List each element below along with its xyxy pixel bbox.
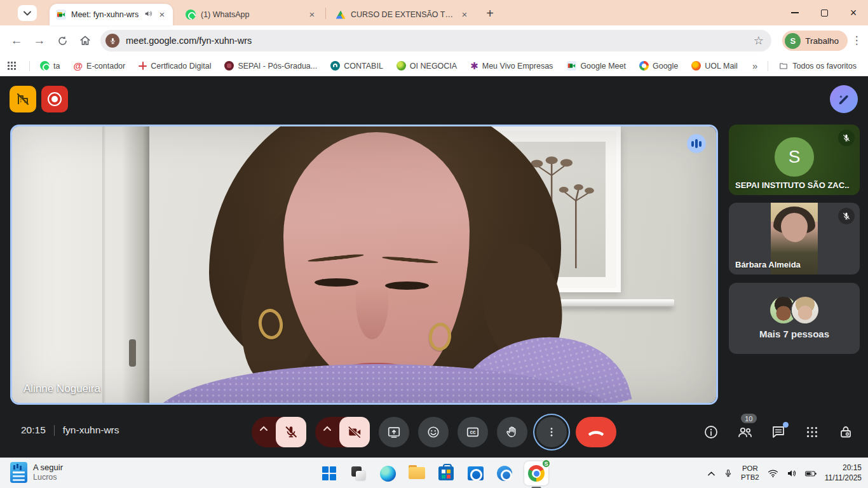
sepai-icon [224,61,234,71]
tab-close-button[interactable]: × [306,9,318,20]
chevron-up-icon [259,426,268,431]
outlook-new-button[interactable] [495,464,514,483]
chat-button[interactable] [770,424,787,440]
bookmark-uol[interactable]: UOL Mail [691,61,738,71]
camera-off-icon[interactable] [339,417,370,447]
host-controls-button[interactable] [837,424,854,440]
system-tray: POR PTB2 20:15 11/11/2025 [707,458,862,488]
apps-grid-icon [8,62,16,70]
outlook-classic-button[interactable] [466,464,485,483]
bookmark-econtador[interactable]: @ E-contador [73,61,125,71]
tab-close-button[interactable]: × [156,9,168,20]
participant-name: SEPAI INSTITUTO SÃO ZAC... [735,180,850,190]
bookmarks-divider [768,61,768,71]
participant-tile-sepai[interactable]: S SEPAI INSTITUTO SÃO ZAC... [729,125,860,195]
clock-text: 20:15 [21,424,46,436]
all-bookmarks-button[interactable]: Todos os favoritos [778,62,857,71]
mic-button-muted[interactable] [252,417,306,447]
bookmarks-bar: ta @ E-contador Certficado Digital SEPAI… [0,56,868,76]
edge-icon [380,466,396,482]
microsoft-store-button[interactable] [437,464,456,483]
battery-charging-icon [805,470,817,478]
window-controls: × [780,0,868,25]
clock-tray[interactable]: 20:15 11/11/2025 [825,463,862,483]
wifi-icon [768,469,778,478]
bookmark-whatsapp[interactable]: ta [40,61,60,71]
meet-favicon-icon [56,10,66,20]
participant-name: Bárbara Almeida [735,260,801,269]
bookmark-star-icon[interactable]: ☆ [754,34,764,48]
present-screen-button[interactable] [379,417,409,447]
meeting-details-button[interactable] [703,424,719,440]
kebab-icon [546,426,557,438]
main-video-tile[interactable]: Alinne Nogueira [10,125,718,405]
bookmark-contabil[interactable]: CONTABIL [330,61,383,71]
apps-grid-button[interactable] [8,62,16,70]
minimize-button[interactable] [780,0,810,25]
battery-button[interactable] [805,470,817,478]
participant-tile-barbara[interactable]: Bárbara Almeida [729,203,860,274]
mic-off-icon[interactable] [276,417,306,447]
volume-button[interactable] [787,469,797,478]
activities-button[interactable] [804,424,820,440]
captions-button[interactable]: cc [458,417,488,447]
browser-menu-button[interactable]: ⋮ [850,34,863,47]
hidden-icons-button[interactable] [707,471,715,477]
bookmark-google[interactable]: Google [639,61,678,71]
forward-button[interactable]: → [29,30,50,51]
camera-button-off[interactable] [315,417,370,447]
back-button[interactable]: ← [6,30,27,51]
language-indicator[interactable]: POR PTB2 [741,464,759,482]
domain-warning-badge[interactable] [10,86,36,112]
bookmarks-overflow-button[interactable]: » [752,60,757,71]
task-view-button[interactable] [349,464,368,483]
tab-whatsapp[interactable]: (1) WhatsApp × [179,4,323,25]
start-button[interactable] [320,464,339,483]
tab-drive-curso[interactable]: CURSO DE EXTENSÃO TEORIA E × [329,4,475,25]
outlook-icon [497,466,512,481]
close-button[interactable]: × [839,0,868,25]
more-participants-tile[interactable]: Mais 7 pessoas [729,283,860,354]
tab-search-button[interactable] [18,5,37,21]
raise-hand-button[interactable] [497,417,527,447]
tab-close-button[interactable]: × [459,9,470,20]
more-options-button[interactable] [536,417,567,447]
address-bar[interactable]: meet.google.com/fyn-xuhn-wrs ☆ [100,30,771,51]
edge-button[interactable] [378,464,397,483]
bookmark-certificado[interactable]: Certficado Digital [139,62,211,71]
reactions-button[interactable] [418,417,449,447]
avatar-group [770,297,818,323]
microphone-tray-button[interactable] [724,468,733,478]
tab-audio-icon[interactable] [144,9,153,20]
visual-effects-button[interactable] [830,85,858,113]
tab-separator [325,8,326,19]
bookmark-vivo[interactable]: ✱ Meu Vivo Empresas [470,61,553,71]
tab-meet[interactable]: Meet: fyn-xuhn-wrs × [50,4,173,25]
maximize-button[interactable] [810,0,839,25]
meeting-info: 20:15 fyn-xuhn-wrs [21,424,119,436]
meet-page: Alinne Nogueira S SEPAI INSTITUTO SÃO ZA… [0,76,868,458]
bookmark-google-meet[interactable]: Google Meet [566,61,626,71]
widgets-button[interactable]: A seguir Lucros [10,462,63,483]
end-call-button[interactable] [576,417,616,447]
profile-avatar: S [785,33,801,49]
site-info-mic-icon[interactable] [105,34,119,48]
whatsapp-favicon-icon [186,10,196,20]
reload-button[interactable] [52,30,72,51]
tab-title: (1) WhatsApp [201,10,302,19]
uol-icon [691,61,701,71]
participants-button[interactable]: 10 [736,424,753,440]
chrome-button-active[interactable]: S [524,461,548,485]
speaker-icon [787,469,797,478]
wifi-button[interactable] [768,469,778,478]
home-button[interactable] [75,30,95,51]
muted-mic-icon [838,130,855,146]
grid-icon [805,425,819,439]
captions-icon: cc [466,425,480,439]
recording-badge[interactable] [41,86,68,112]
file-explorer-button[interactable] [407,464,426,483]
bookmark-oi-negocia[interactable]: OI NEGOCIA [397,61,457,71]
profile-chip[interactable]: S Trabalho [782,30,848,51]
bookmark-sepai[interactable]: SEPAI - Pós-Gradua... [224,61,317,71]
new-tab-button[interactable]: + [482,5,498,22]
